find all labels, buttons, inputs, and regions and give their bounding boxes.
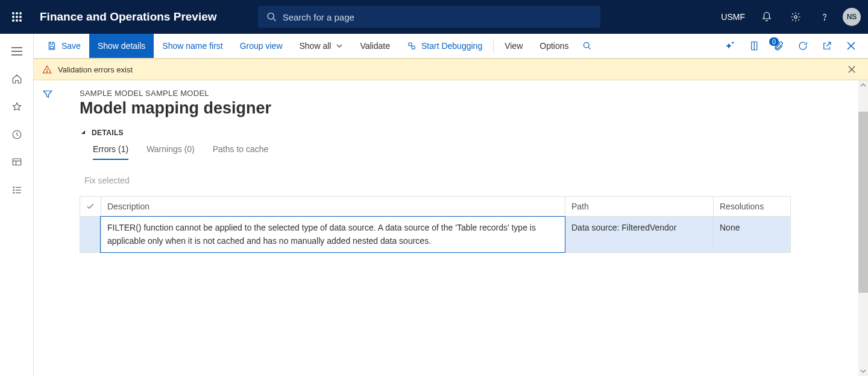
search-box[interactable] [258, 6, 600, 28]
tab-paths-to-cache[interactable]: Paths to cache [213, 144, 269, 160]
svg-point-3 [12, 16, 14, 18]
show-name-first-label: Show name first [162, 41, 222, 51]
recent-button[interactable] [4, 122, 30, 147]
save-button[interactable]: Save [39, 34, 89, 58]
modules-button[interactable] [4, 177, 30, 203]
page-icon [749, 40, 760, 51]
app-launcher[interactable] [0, 0, 34, 34]
popout-button[interactable] [815, 34, 839, 59]
cell-path[interactable]: Data source: FilteredVendor [565, 217, 713, 252]
tab-warnings[interactable]: Warnings (0) [146, 144, 195, 160]
row-selector[interactable] [80, 217, 101, 252]
svg-point-24 [13, 193, 14, 194]
view-menu[interactable]: View [496, 34, 531, 58]
app-title: Finance and Operations Preview [40, 10, 217, 24]
section-details-toggle[interactable]: DETAILS [80, 129, 862, 137]
svg-point-8 [19, 19, 22, 22]
filter-pane-toggle[interactable] [42, 89, 53, 376]
nav-menu-toggle[interactable] [4, 39, 30, 64]
svg-rect-17 [13, 159, 21, 165]
details-tabs: Errors (1) Warnings (0) Paths to cache [80, 144, 862, 160]
tab-errors[interactable]: Errors (1) [93, 144, 128, 160]
search-input[interactable] [283, 12, 592, 22]
scrollbar[interactable] [858, 80, 868, 376]
svg-line-10 [273, 19, 275, 21]
column-header-description[interactable]: Description [101, 197, 565, 216]
divider [493, 39, 494, 53]
personalize-button[interactable] [719, 34, 743, 59]
company-label[interactable]: USMF [721, 12, 745, 22]
workspaces-icon [11, 157, 22, 168]
show-all-dropdown[interactable]: Show all [291, 34, 352, 58]
svg-point-9 [268, 13, 274, 19]
validate-button[interactable]: Validate [351, 34, 398, 58]
settings-button[interactable] [781, 0, 810, 34]
attachments-count: 0 [769, 37, 779, 46]
chevron-down-icon [336, 42, 343, 49]
svg-point-11 [794, 16, 797, 19]
notifications-button[interactable] [752, 0, 781, 34]
page-options-button[interactable] [743, 34, 767, 59]
svg-line-30 [588, 47, 590, 49]
svg-point-5 [19, 16, 22, 18]
banner-text: Validation errors exist [58, 65, 844, 74]
home-icon [11, 74, 22, 84]
warning-icon [42, 65, 52, 74]
user-avatar[interactable]: NS [843, 8, 861, 26]
options-menu[interactable]: Options [531, 34, 577, 58]
svg-point-0 [12, 12, 14, 14]
favorites-button[interactable] [4, 94, 30, 119]
column-header-resolutions[interactable]: Resolutions [713, 197, 789, 216]
column-header-path[interactable]: Path [565, 197, 713, 216]
checkmark-icon [86, 202, 95, 211]
start-debugging-button[interactable]: Start Debugging [398, 34, 491, 58]
find-button[interactable] [577, 34, 597, 58]
table-row[interactable]: FILTER() function cannot be applied to t… [80, 217, 790, 253]
star-icon [11, 101, 22, 112]
group-view-label: Group view [240, 41, 283, 51]
svg-point-4 [16, 16, 18, 18]
scroll-thumb[interactable] [858, 112, 868, 293]
svg-point-29 [583, 42, 589, 48]
fix-selected-button: Fix selected [80, 173, 862, 196]
validate-label: Validate [360, 41, 390, 51]
popout-icon [822, 40, 832, 51]
close-button[interactable] [839, 34, 863, 59]
svg-point-22 [13, 190, 14, 191]
attachments-button[interactable]: 0 [767, 34, 791, 59]
svg-point-12 [824, 19, 825, 20]
banner-close[interactable] [844, 62, 860, 77]
show-name-first-button[interactable]: Show name first [154, 34, 231, 58]
show-details-button[interactable]: Show details [89, 34, 154, 58]
cell-description[interactable]: FILTER() function cannot be applied to t… [101, 217, 565, 252]
svg-rect-26 [50, 46, 53, 49]
breadcrumb: SAMPLE MODEL SAMPLE MODEL [80, 89, 862, 98]
close-icon [846, 41, 856, 51]
validation-banner: Validation errors exist [34, 59, 868, 80]
scroll-down-icon[interactable] [858, 366, 868, 376]
svg-point-1 [16, 12, 18, 14]
sparkle-icon [725, 40, 736, 51]
home-button[interactable] [4, 66, 30, 92]
filter-icon [42, 89, 53, 100]
clock-icon [11, 129, 22, 140]
select-all-checkbox[interactable] [80, 197, 101, 216]
gear-icon [790, 11, 801, 22]
refresh-button[interactable] [791, 34, 815, 59]
section-title: DETAILS [92, 129, 124, 137]
modules-icon [11, 185, 22, 196]
save-label: Save [61, 41, 81, 51]
cell-resolutions[interactable]: None [713, 217, 789, 252]
start-debugging-label: Start Debugging [421, 41, 482, 51]
options-label: Options [539, 41, 568, 51]
waffle-icon [12, 12, 22, 22]
hamburger-icon [11, 47, 22, 56]
workspaces-button[interactable] [4, 150, 30, 175]
help-button[interactable] [810, 0, 839, 34]
group-view-button[interactable]: Group view [231, 34, 291, 58]
svg-point-20 [13, 187, 14, 188]
errors-grid: Description Path Resolutions FILTER() fu… [80, 196, 791, 253]
svg-point-36 [46, 71, 47, 72]
svg-point-6 [12, 19, 14, 22]
scroll-up-icon[interactable] [858, 80, 868, 90]
